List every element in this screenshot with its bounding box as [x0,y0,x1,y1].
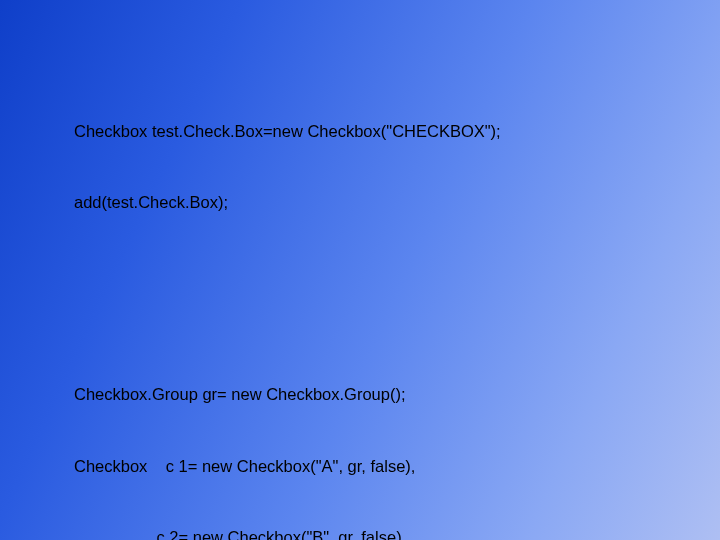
code-slide: Checkbox test.Check.Box=new Checkbox("CH… [0,0,720,540]
code-block-checkbox: Checkbox test.Check.Box=new Checkbox("CH… [74,72,720,263]
code-line: Checkbox c 1= new Checkbox("A", gr, fals… [74,455,720,479]
code-block-checkbox-group: Checkbox.Group gr= new Checkbox.Group();… [74,335,720,540]
code-line: Checkbox.Group gr= new Checkbox.Group(); [74,383,720,407]
code-line: c 2= new Checkbox("B", gr, false), [74,526,720,540]
code-line: Checkbox test.Check.Box=new Checkbox("CH… [74,120,720,144]
code-line: add(test.Check.Box); [74,191,720,215]
